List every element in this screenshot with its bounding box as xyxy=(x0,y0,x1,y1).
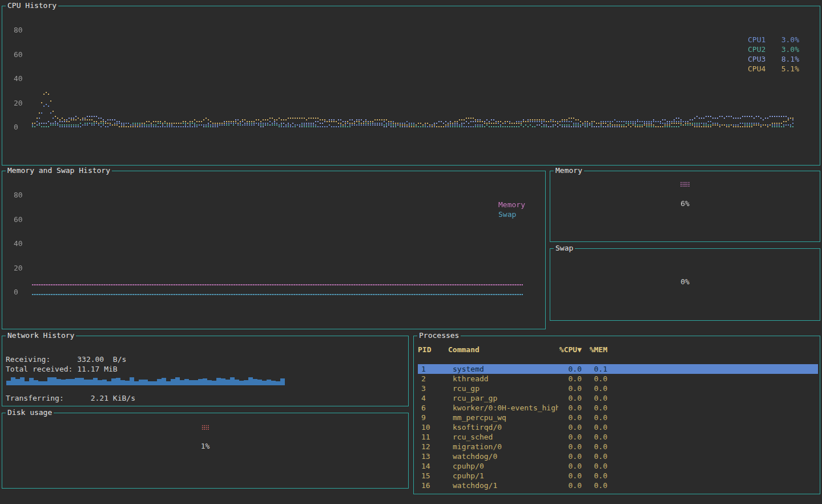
process-table[interactable]: 1systemd0.00.12kthreadd0.00.03rcu_gp0.00… xyxy=(418,364,818,490)
legend-value: 8.1% xyxy=(781,54,799,64)
mem-cell: 0.0 xyxy=(582,403,607,413)
legend-label: Swap xyxy=(498,209,516,219)
legend-value: 3.0% xyxy=(781,45,799,54)
mem-cell: 0.0 xyxy=(582,384,607,393)
cpu-cell: 0.0 xyxy=(558,403,582,413)
process-row[interactable]: 12migration/00.00.0 xyxy=(418,442,818,451)
process-row[interactable]: 16watchdog/10.00.0 xyxy=(418,481,818,490)
cpu-cell: 0.0 xyxy=(558,384,582,393)
cpu-cell: 0.0 xyxy=(558,471,582,481)
disk-gauge-icon xyxy=(202,425,209,430)
cpu-cell: 0.0 xyxy=(558,422,582,432)
y-axis-label: 20 xyxy=(14,99,23,108)
network-receiving-rate: Receiving: 332.00 B/s xyxy=(6,355,126,364)
process-row[interactable]: 15cpuhp/10.00.0 xyxy=(418,471,818,481)
pid-cell: 3 xyxy=(418,384,448,393)
cpu-cell: 0.0 xyxy=(558,432,582,442)
pid-cell: 13 xyxy=(418,451,448,461)
cpu-cell: 0.0 xyxy=(558,393,582,403)
column-header-pid[interactable]: PID xyxy=(418,345,448,354)
swap-gauge-panel: Swap 0% xyxy=(550,248,820,321)
y-axis-label: 40 xyxy=(14,239,23,248)
network-history-panel: Network History Receiving: 332.00 B/s To… xyxy=(2,336,409,406)
y-axis-label: 80 xyxy=(14,26,23,35)
legend-label: CPU2 xyxy=(748,45,765,54)
mem-cell: 0.0 xyxy=(582,374,607,384)
legend-item: CPU38.1% xyxy=(748,54,799,64)
y-axis-label: 0 xyxy=(14,288,18,297)
pid-cell: 14 xyxy=(418,461,448,471)
mem-cell: 0.0 xyxy=(582,442,607,451)
cpu-history-panel: CPU History 806040200 CPU13.0%CPU23.0%CP… xyxy=(2,6,820,166)
command-cell: systemd xyxy=(448,364,558,374)
process-row[interactable]: 6kworker/0:0H-events_high0.00.0 xyxy=(418,403,818,413)
process-row[interactable]: 14cpuhp/00.00.0 xyxy=(418,461,818,471)
command-cell: watchdog/1 xyxy=(448,481,558,490)
pid-cell: 15 xyxy=(418,471,448,481)
process-row[interactable]: 9mm_percpu_wq0.00.0 xyxy=(418,413,818,422)
y-axis-label: 20 xyxy=(14,264,23,273)
legend-item: CPU23.0% xyxy=(748,45,799,54)
command-cell: kworker/0:0H-events_high xyxy=(448,403,558,413)
swap-gauge-panel-title: Swap xyxy=(554,244,575,253)
legend-item: Memory xyxy=(498,200,525,209)
process-row[interactable]: 3rcu_gp0.00.0 xyxy=(418,384,818,393)
pid-cell: 12 xyxy=(418,442,448,451)
pid-cell: 1 xyxy=(418,364,448,374)
cpu-legend: CPU13.0%CPU23.0%CPU38.1%CPU45.1% xyxy=(748,35,799,74)
process-row[interactable]: 11rcu_sched0.00.0 xyxy=(418,432,818,442)
cpu-cell: 0.0 xyxy=(558,481,582,490)
processes-panel: Processes PIDCommand%CPU▼%MEM 1systemd0.… xyxy=(413,336,820,494)
mem-cell: 0.0 xyxy=(582,471,607,481)
column-header-cpu[interactable]: %CPU▼ xyxy=(558,345,582,354)
legend-value: 5.1% xyxy=(781,64,799,74)
y-axis-label: 60 xyxy=(14,215,23,224)
process-row[interactable]: 4rcu_par_gp0.00.0 xyxy=(418,393,818,403)
pid-cell: 16 xyxy=(418,481,448,490)
command-cell: cpuhp/0 xyxy=(448,461,558,471)
memory-gauge-panel-title: Memory xyxy=(554,166,584,175)
y-axis-label: 60 xyxy=(14,50,23,59)
column-header-mem[interactable]: %MEM xyxy=(582,345,607,354)
memory-gauge-icon xyxy=(680,182,690,187)
mem-cell: 0.0 xyxy=(582,461,607,471)
process-row[interactable]: 2kthreadd0.00.0 xyxy=(418,374,818,384)
mem-cell: 0.1 xyxy=(582,364,607,374)
disk-usage-panel-title: Disk usage xyxy=(6,408,54,417)
memory-gauge-panel: Memory 6% xyxy=(550,171,820,242)
mem-cell: 0.0 xyxy=(582,451,607,461)
legend-label: CPU3 xyxy=(748,54,765,64)
cpu-cell: 0.0 xyxy=(558,442,582,451)
mem-cell: 0.0 xyxy=(582,413,607,422)
command-cell: watchdog/0 xyxy=(448,451,558,461)
pid-cell: 2 xyxy=(418,374,448,384)
process-row[interactable]: 1systemd0.00.1 xyxy=(418,364,818,374)
legend-value: 3.0% xyxy=(781,35,799,45)
column-header-command[interactable]: Command xyxy=(448,345,558,354)
process-row[interactable]: 10ksoftirqd/00.00.0 xyxy=(418,422,818,432)
command-cell: rcu_gp xyxy=(448,384,558,393)
command-cell: rcu_par_gp xyxy=(448,393,558,403)
command-cell: migration/0 xyxy=(448,442,558,451)
pid-cell: 6 xyxy=(418,403,448,413)
network-history-panel-title: Network History xyxy=(6,331,76,340)
legend-label: CPU4 xyxy=(748,64,765,74)
y-axis-label: 0 xyxy=(14,123,18,132)
cpu-cell: 0.0 xyxy=(558,461,582,471)
legend-item: CPU13.0% xyxy=(748,35,799,45)
network-transferring-rate: Transferring: 2.21 KiB/s xyxy=(6,394,135,403)
memory-swap-history-panel: Memory and Swap History 806040200 Memory… xyxy=(2,171,546,329)
y-axis-label: 40 xyxy=(14,74,23,83)
process-row[interactable]: 13watchdog/00.00.0 xyxy=(418,451,818,461)
disk-usage-panel: Disk usage 1% xyxy=(2,413,409,489)
swap-percent: 0% xyxy=(550,277,820,287)
mem-cell: 0.0 xyxy=(582,422,607,432)
cpu-cell: 0.0 xyxy=(558,364,582,374)
y-axis-label: 80 xyxy=(14,191,23,200)
memory-swap-legend: MemorySwap xyxy=(498,200,525,219)
legend-item: CPU45.1% xyxy=(748,64,799,74)
legend-label: CPU1 xyxy=(748,35,765,45)
cpu-cell: 0.0 xyxy=(558,413,582,422)
cpu-cell: 0.0 xyxy=(558,451,582,461)
mem-cell: 0.0 xyxy=(582,393,607,403)
